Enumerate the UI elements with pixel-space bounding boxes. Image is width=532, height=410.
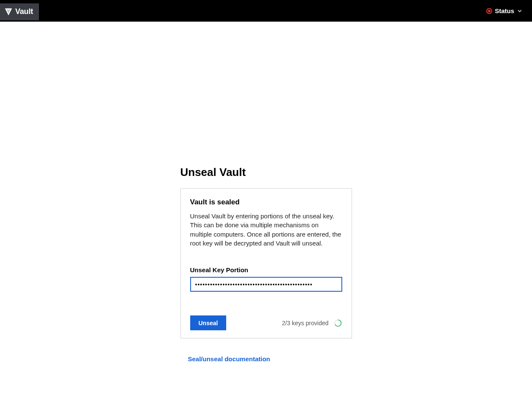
- main-content: Unseal Vault Vault is sealed Unseal Vaul…: [0, 22, 532, 363]
- svg-point-4: [8, 11, 9, 11]
- card-footer: Unseal 2/3 keys provided: [190, 315, 342, 330]
- unseal-key-input[interactable]: [190, 277, 342, 292]
- unseal-button[interactable]: Unseal: [190, 315, 227, 330]
- card-title: Vault is sealed: [190, 198, 342, 206]
- page-title: Unseal Vault: [180, 166, 352, 179]
- progress-indicator: 2/3 keys provided: [282, 319, 342, 327]
- status-indicator-icon: [486, 8, 492, 14]
- unseal-key-label: Unseal Key Portion: [190, 266, 342, 273]
- brand-button[interactable]: Vault: [0, 3, 39, 20]
- svg-point-3: [8, 11, 8, 11]
- brand-name: Vault: [15, 7, 33, 16]
- documentation-link[interactable]: Seal/unseal documentation: [188, 355, 270, 363]
- svg-point-1: [8, 10, 9, 11]
- progress-text: 2/3 keys provided: [282, 320, 329, 326]
- unseal-card: Vault is sealed Unseal Vault by entering…: [180, 188, 352, 338]
- vault-logo-icon: [4, 8, 13, 16]
- status-label: Status: [495, 7, 514, 14]
- card-description: Unseal Vault by entering portions of the…: [190, 212, 342, 248]
- status-dropdown[interactable]: Status: [486, 7, 523, 14]
- svg-point-5: [8, 12, 9, 13]
- progress-ring-icon: [334, 319, 342, 327]
- svg-point-2: [9, 10, 10, 11]
- svg-point-0: [7, 10, 8, 11]
- app-header: Vault Status: [0, 0, 532, 22]
- unseal-container: Unseal Vault Vault is sealed Unseal Vaul…: [180, 166, 352, 363]
- chevron-down-icon: [517, 8, 523, 14]
